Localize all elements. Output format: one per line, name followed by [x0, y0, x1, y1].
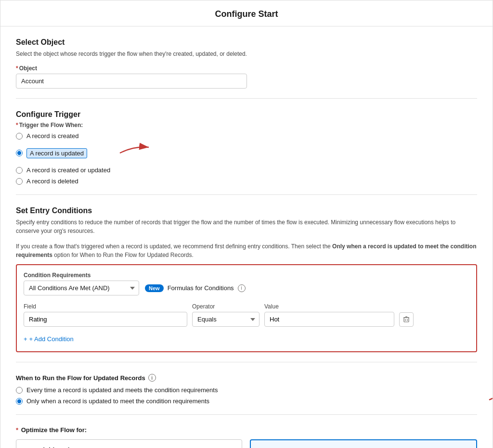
- condition-fields-row: Field Operator Equals Not Equal To Conta…: [24, 303, 469, 327]
- field-col-label: Field: [24, 303, 187, 310]
- add-condition-label: + Add Condition: [29, 335, 74, 343]
- field-group-field: Field: [24, 303, 187, 327]
- object-field-label: *Object: [16, 65, 477, 72]
- when-label-every-time: Every time a record is updated and meets…: [26, 386, 218, 394]
- formulas-wrapper: New Formulas for Conditions i: [145, 284, 246, 292]
- field-group-value: Value: [264, 303, 394, 327]
- when-label-only-when: Only when a record is updated to meet th…: [26, 397, 209, 405]
- add-condition-icon: +: [24, 335, 27, 343]
- condition-requirements-box: Condition Requirements All Conditions Ar…: [16, 264, 477, 352]
- select-object-title: Select Object: [16, 38, 477, 47]
- trigger-label: *Trigger the Flow When:: [16, 122, 477, 128]
- required-star: *: [16, 65, 18, 72]
- when-to-run-label: When to Run the Flow for Updated Records…: [16, 374, 477, 382]
- set-entry-conditions-desc2: If you create a flow that's triggered wh…: [16, 242, 477, 259]
- trigger-label-deleted: A record is deleted: [26, 178, 78, 185]
- delete-condition-button[interactable]: [399, 312, 414, 327]
- arrow-annotation-trigger: [91, 143, 130, 163]
- trigger-option-deleted[interactable]: A record is deleted: [16, 178, 477, 185]
- formulas-label: Formulas for Conditions: [168, 284, 234, 292]
- when-to-run-text: When to Run the Flow for Updated Records: [16, 374, 145, 382]
- condition-req-select[interactable]: All Conditions Are Met (AND) Any Conditi…: [24, 281, 139, 295]
- modal-title: Configure Start: [215, 9, 278, 19]
- add-condition-button[interactable]: + + Add Condition: [24, 333, 74, 345]
- trigger-label-created-updated: A record is created or updated: [26, 166, 110, 174]
- configure-trigger-title: Configure Trigger: [16, 110, 477, 119]
- select-object-desc: Select the object whose records trigger …: [16, 50, 477, 58]
- condition-req-row: Condition Requirements All Conditions Ar…: [24, 272, 469, 295]
- when-radio-only-when[interactable]: [16, 398, 23, 405]
- optimize-card-actions-related[interactable]: ✓ Actions and Related Records Update any…: [250, 439, 477, 448]
- trigger-radio-created[interactable]: [16, 133, 23, 140]
- info-icon-formulas[interactable]: i: [238, 284, 246, 292]
- modal-header: Configure Start: [0, 0, 493, 26]
- set-entry-conditions-desc1: Specify entry conditions to reduce the n…: [16, 218, 477, 235]
- select-object-section: Select Object Select the object whose re…: [16, 38, 477, 99]
- info-icon-when-to-run[interactable]: i: [148, 374, 156, 382]
- trigger-option-created-updated[interactable]: A record is created or updated: [16, 166, 477, 174]
- condition-req-label: Condition Requirements: [24, 272, 139, 279]
- when-option-every-time[interactable]: Every time a record is updated and meets…: [16, 386, 477, 394]
- condition-req-label-wrapper: Condition Requirements All Conditions Ar…: [24, 272, 139, 295]
- when-radio-every-time[interactable]: [16, 387, 23, 394]
- condition-operator-select[interactable]: Equals Not Equal To Contains Starts With…: [192, 312, 259, 327]
- trigger-option-created[interactable]: A record is created: [16, 132, 477, 140]
- condition-field-input[interactable]: [24, 312, 187, 327]
- configure-trigger-section: Configure Trigger *Trigger the Flow When…: [16, 110, 477, 195]
- operator-col-label: Operator: [192, 303, 259, 310]
- when-to-run-section: When to Run the Flow for Updated Records…: [16, 374, 477, 415]
- svg-rect-1: [404, 318, 409, 322]
- trigger-label-created: A record is created: [26, 132, 78, 140]
- optimize-required-star: *: [16, 426, 18, 434]
- set-entry-conditions-section: Set Entry Conditions Specify entry condi…: [16, 206, 477, 362]
- value-col-label: Value: [264, 303, 394, 310]
- trigger-radio-updated[interactable]: [16, 150, 23, 156]
- optimize-label: * Optimize the Flow for:: [16, 426, 477, 434]
- set-entry-conditions-title: Set Entry Conditions: [16, 206, 477, 215]
- optimize-card-fast-field-updates[interactable]: Fast Field Updates Update fields on the …: [16, 439, 242, 448]
- delete-icon: [403, 316, 410, 323]
- new-badge: New: [145, 284, 164, 292]
- optimize-label-text: Optimize the Flow for:: [21, 426, 87, 434]
- trigger-radio-created-updated[interactable]: [16, 167, 23, 174]
- when-option-only-when[interactable]: Only when a record is updated to meet th…: [16, 397, 477, 405]
- condition-value-input[interactable]: [264, 312, 394, 327]
- when-to-run-radio-group: Every time a record is updated and meets…: [16, 386, 477, 405]
- required-star-trigger: *: [16, 122, 18, 128]
- field-group-operator: Operator Equals Not Equal To Contains St…: [192, 303, 259, 327]
- trigger-label-updated: A record is updated: [26, 148, 87, 158]
- trigger-option-updated[interactable]: A record is updated: [16, 143, 477, 163]
- trigger-radio-deleted[interactable]: [16, 178, 23, 185]
- object-input[interactable]: [16, 74, 247, 89]
- trigger-radio-group: A record is created A record is updated: [16, 132, 477, 185]
- arrow-annotation-when: [463, 390, 493, 410]
- optimize-section: * Optimize the Flow for: Fast Field Upda…: [16, 426, 477, 448]
- optimize-cards: Fast Field Updates Update fields on the …: [16, 439, 477, 448]
